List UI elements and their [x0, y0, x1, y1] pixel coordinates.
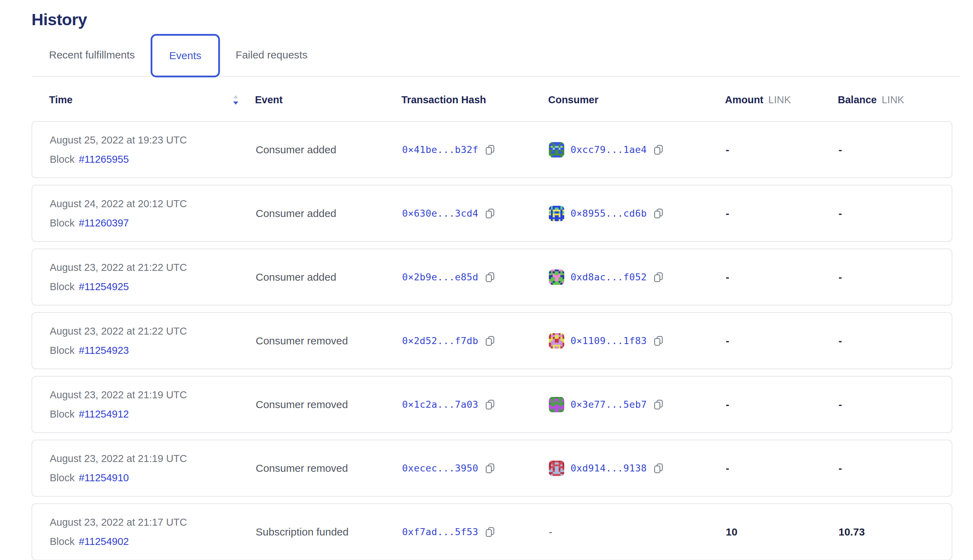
- event-type: Subscription funded: [256, 526, 402, 538]
- copy-icon[interactable]: [653, 335, 664, 347]
- consumer-cell: 0×1109...1f83: [549, 333, 726, 348]
- block-number-link[interactable]: #11260397: [79, 217, 129, 229]
- block-label: Block: [50, 345, 75, 356]
- block-label: Block: [50, 472, 75, 484]
- consumer-address-link[interactable]: 0×8955...cd6b: [570, 208, 647, 219]
- copy-icon[interactable]: [653, 271, 664, 283]
- page-title: History: [32, 10, 973, 29]
- row-date: August 23, 2022 at 21:19 UTC: [50, 453, 256, 465]
- balance-value: -: [839, 462, 951, 474]
- transaction-hash-cell: 0×2b9e...e85d: [402, 271, 549, 283]
- consumer-address-link[interactable]: 0×1109...1f83: [570, 335, 647, 346]
- transaction-hash-cell: 0×41be...b32f: [402, 144, 549, 156]
- copy-icon[interactable]: [485, 271, 495, 283]
- tab-events[interactable]: Events: [150, 34, 220, 77]
- time-cell: August 23, 2022 at 21:19 UTC Block #1125…: [50, 389, 256, 420]
- block-line: Block #11254912: [50, 408, 256, 420]
- table-row: August 23, 2022 at 21:17 UTC Block #1125…: [32, 503, 952, 560]
- balance-value: -: [839, 208, 951, 220]
- copy-icon[interactable]: [485, 335, 495, 347]
- transaction-hash-link[interactable]: 0×2d52...f7db: [402, 335, 478, 346]
- column-header-transaction-hash: Transaction Hash: [401, 94, 548, 106]
- table-body: August 25, 2022 at 19:23 UTC Block #1126…: [32, 121, 973, 560]
- consumer-address-link[interactable]: 0xd8ac...f052: [570, 272, 647, 282]
- consumer-address-link[interactable]: 0×3e77...5eb7: [570, 399, 647, 410]
- table-header-row: Time Event Transaction Hash Consumer Amo…: [32, 77, 952, 106]
- block-number-link[interactable]: #11254902: [79, 536, 129, 547]
- balance-value: -: [839, 398, 951, 410]
- copy-icon[interactable]: [653, 398, 664, 410]
- consumer-cell: 0xd914...9138: [549, 461, 726, 476]
- column-header-event: Event: [255, 94, 401, 106]
- copy-icon[interactable]: [485, 526, 495, 538]
- amount-value: -: [726, 398, 839, 410]
- consumer-address-link[interactable]: 0xd914...9138: [570, 463, 647, 473]
- block-number-link[interactable]: #11265955: [79, 153, 129, 165]
- block-label: Block: [50, 281, 75, 293]
- event-type: Consumer removed: [256, 398, 402, 410]
- consumer-avatar: [549, 397, 564, 412]
- block-label: Block: [50, 408, 75, 420]
- block-number-link[interactable]: #11254923: [79, 345, 129, 356]
- time-header-label: Time: [49, 94, 72, 106]
- block-line: Block #11254910: [50, 472, 256, 484]
- balance-unit-label: LINK: [881, 94, 904, 106]
- transaction-hash-link[interactable]: 0×630e...3cd4: [402, 208, 478, 219]
- tab-failed-requests[interactable]: Failed requests: [236, 34, 308, 76]
- time-cell: August 23, 2022 at 21:22 UTC Block #1125…: [50, 262, 256, 293]
- copy-icon[interactable]: [485, 208, 495, 220]
- copy-icon[interactable]: [653, 144, 664, 156]
- transaction-hash-cell: 0×2d52...f7db: [402, 335, 549, 347]
- table-row: August 24, 2022 at 20:12 UTC Block #1126…: [32, 185, 952, 242]
- transaction-hash-link[interactable]: 0xf7ad...5f53: [402, 527, 478, 537]
- consumer-cell: 0xd8ac...f052: [549, 270, 726, 285]
- amount-value: 10: [726, 526, 839, 538]
- table-row: August 25, 2022 at 19:23 UTC Block #1126…: [32, 121, 952, 178]
- tab-recent-fulfillments[interactable]: Recent fulfillments: [49, 34, 135, 76]
- event-type: Consumer added: [256, 208, 402, 220]
- consumer-cell: -: [549, 526, 726, 538]
- transaction-hash-cell: 0xecec...3950: [402, 462, 549, 474]
- column-header-amount: Amount LINK: [725, 94, 838, 106]
- block-line: Block #11254923: [50, 345, 256, 356]
- block-number-link[interactable]: #11254912: [79, 408, 129, 420]
- consumer-address-link[interactable]: 0xcc79...1ae4: [570, 144, 647, 155]
- amount-value: -: [726, 144, 839, 156]
- block-label: Block: [50, 153, 75, 165]
- transaction-hash-link[interactable]: 0xecec...3950: [402, 463, 478, 473]
- row-date: August 23, 2022 at 21:19 UTC: [50, 389, 256, 401]
- table-row: August 23, 2022 at 21:19 UTC Block #1125…: [32, 440, 952, 497]
- time-cell: August 23, 2022 at 21:17 UTC Block #1125…: [50, 517, 256, 547]
- column-header-consumer: Consumer: [548, 94, 725, 106]
- event-type: Consumer removed: [256, 335, 402, 347]
- block-number-link[interactable]: #11254925: [79, 281, 129, 293]
- amount-value: -: [726, 335, 839, 347]
- transaction-hash-link[interactable]: 0×1c2a...7a03: [402, 399, 478, 410]
- time-cell: August 23, 2022 at 21:22 UTC Block #1125…: [50, 325, 256, 356]
- copy-icon[interactable]: [653, 462, 664, 474]
- row-date: August 23, 2022 at 21:22 UTC: [50, 262, 256, 273]
- block-label: Block: [50, 536, 75, 547]
- copy-icon[interactable]: [485, 144, 495, 156]
- consumer-cell: 0xcc79...1ae4: [549, 142, 726, 158]
- transaction-hash-link[interactable]: 0×2b9e...e85d: [402, 272, 478, 282]
- table-row: August 23, 2022 at 21:19 UTC Block #1125…: [32, 376, 952, 433]
- event-type: Consumer added: [256, 144, 402, 156]
- copy-icon[interactable]: [485, 462, 495, 474]
- tab-bar: Recent fulfillments Events Failed reques…: [32, 34, 960, 77]
- amount-value: -: [726, 462, 839, 474]
- transaction-hash-link[interactable]: 0×41be...b32f: [402, 144, 478, 155]
- block-number-link[interactable]: #11254910: [79, 472, 129, 484]
- block-line: Block #11254902: [50, 536, 256, 547]
- consumer-cell: 0×8955...cd6b: [549, 206, 726, 221]
- history-panel: History Recent fulfillments Events Faile…: [0, 0, 973, 560]
- balance-value: 10.73: [839, 526, 951, 538]
- sort-descending-icon[interactable]: [232, 95, 239, 105]
- copy-icon[interactable]: [653, 208, 664, 220]
- balance-value: -: [839, 335, 951, 347]
- consumer-avatar: [549, 206, 564, 221]
- copy-icon[interactable]: [485, 398, 495, 410]
- consumer-empty-value: -: [549, 526, 553, 538]
- row-date: August 23, 2022 at 21:22 UTC: [50, 325, 256, 337]
- column-header-time[interactable]: Time: [49, 94, 255, 106]
